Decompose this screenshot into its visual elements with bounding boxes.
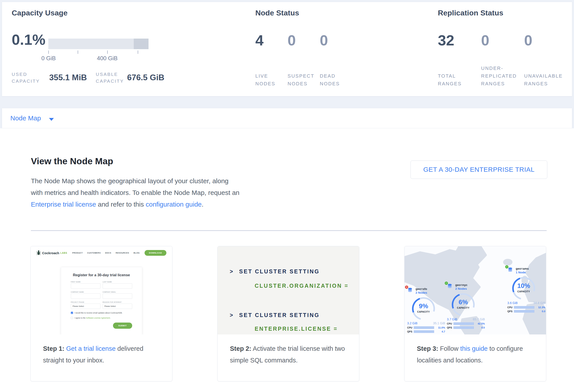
axis-tick-label-400: 400 GiB [94, 55, 121, 62]
section-divider [31, 230, 547, 231]
under-replicated-ranges-value: 0 [481, 33, 524, 48]
first-name-label: FIRST NAME [71, 281, 101, 283]
license-agreement-link: Software License Agreement. [86, 317, 111, 319]
form-title: Register for a 30-day trial license [71, 273, 132, 277]
step3-label: Step 3: [417, 345, 438, 352]
suspect-nodes-label: SUSPECT NODES [287, 72, 320, 88]
cluster-overview-page: Capacity Usage 0.1% 0 GiB 400 GiB USED C… [0, 0, 574, 392]
sql-command-1: >SET CLUSTER SETTING [230, 268, 320, 275]
locality-id: geo=sfo [415, 287, 427, 291]
company-name-field [71, 294, 101, 299]
project-phase-label: PROJECT PHASE [71, 301, 101, 303]
enterprise-trial-license-link[interactable]: Enterprise trial license [31, 201, 96, 208]
download-button: DOWNLOAD [144, 250, 166, 256]
capacity-gauge: 9% CAPACITY [412, 297, 435, 320]
brand-name: Cockroach [42, 251, 59, 255]
dead-nodes-value: 0 [320, 33, 352, 48]
capacity-usage-bar [48, 38, 148, 49]
replication-status-labels: TOTAL RANGES UNDER-REPLICATED RANGES UNA… [438, 67, 571, 88]
map-node-ams: ✓ geo=ams 1 Node 10% CAPACITY [507, 267, 545, 313]
capacity-usage-title: Capacity Usage [12, 9, 67, 17]
last-name-label: LAST NAME [102, 281, 132, 283]
mini-site-header: Cockroach LABS PRODUCT CUSTOMERS DOCS RE… [31, 246, 172, 260]
nav-resources: RESOURCES [116, 252, 129, 254]
step1-caption: Step 1: Get a trial license delivered st… [31, 335, 172, 366]
configuration-guide-link[interactable]: configuration guide [146, 201, 202, 208]
cpu-label: CPU [407, 326, 414, 329]
live-nodes-value: 4 [255, 33, 287, 48]
nav-blog: BLOG [134, 252, 140, 254]
view-selector-bar[interactable]: Node Map [2, 108, 572, 128]
optin-checkbox-row: I would like to receive email updates ab… [71, 312, 132, 314]
step1-screenshot: Cockroach LABS PRODUCT CUSTOMERS DOCS RE… [31, 246, 172, 335]
locality-id: geo=nyc [455, 283, 467, 287]
cpu-label: CPU [507, 306, 514, 309]
step3-node-map-preview: 1 geo=sfo 2 Nodes 9% CAPACITY [405, 246, 546, 335]
capacity-percent: 10% [512, 282, 535, 289]
capacity-label: CAPACITY [512, 290, 535, 293]
last-name-field [102, 283, 132, 289]
total-ranges-label: TOTAL RANGES [438, 72, 481, 88]
submit-button: SUBMIT [113, 322, 132, 329]
axis-tick [48, 51, 49, 54]
step3-card: 1 geo=sfo 2 Nodes 9% CAPACITY [404, 246, 546, 381]
node-count: 2 Nodes [455, 287, 467, 291]
cpu-sparkline [514, 306, 534, 309]
enterprise-trial-button[interactable]: GET A 30-DAY ENTERPRISE TRIAL [410, 161, 547, 179]
optin-label: I would like to receive email updates ab… [75, 312, 123, 314]
qps-label: QPS [447, 326, 453, 329]
qps-sparkline [453, 326, 474, 329]
cpu-value: 11.0% [436, 326, 445, 329]
locality-id: geo=ams [516, 267, 529, 271]
step1-card: Cockroach LABS PRODUCT CUSTOMERS DOCS RE… [30, 246, 172, 381]
sql-arg-2: ENTERPRISE.LICENSE = [255, 326, 338, 332]
error-badge: 1 [405, 285, 408, 289]
sql-arg-1: CLUSTER.ORGANIZATION = [255, 283, 349, 289]
sql-command-2: >SET CLUSTER SETTING [230, 312, 320, 318]
capacity-total: 65.7 GiB [473, 317, 485, 321]
capacity-total: 35.1 GiB [433, 321, 445, 325]
sql-prompt: > [230, 312, 234, 318]
project-phase-select: Please Select [71, 304, 101, 309]
first-name-field [71, 283, 101, 289]
node-status-labels: LIVE NODES SUSPECT NODES DEAD NODES [255, 67, 352, 88]
capacity-label: CAPACITY [452, 306, 475, 309]
nav-product: PRODUCT [72, 252, 83, 254]
capacity-label: CAPACITY [412, 310, 435, 313]
map-node-sfo: 1 geo=sfo 2 Nodes 9% CAPACITY [407, 287, 445, 333]
usable-capacity-label: USABLE CAPACITY [96, 71, 128, 84]
node-map-placeholder-section: View the Node Map The Node Map shows the… [0, 128, 574, 392]
brand-suffix: LABS [61, 252, 67, 254]
cpu-label: CPU [447, 322, 453, 325]
step2-sql-snippet: >SET CLUSTER SETTING CLUSTER.ORGANIZATIO… [218, 246, 359, 335]
this-guide-link[interactable]: this guide [460, 345, 488, 352]
unavailable-ranges-label: UNAVAILABLE RANGES [524, 72, 571, 88]
axis-tick [107, 51, 108, 54]
intro-paragraph: The Node Map shows the geographical layo… [31, 175, 242, 210]
reason-label: REASON FOR INTEREST [102, 301, 132, 303]
step2-card: >SET CLUSTER SETTING CLUSTER.ORGANIZATIO… [217, 246, 359, 381]
node-count: 2 Nodes [415, 291, 427, 295]
axis-tick-label-0: 0 GiB [40, 55, 57, 62]
capacity-total: 34.4 GiB [533, 301, 545, 305]
dead-nodes-label: DEAD NODES [320, 72, 352, 88]
cpu-value: 12.3% [536, 306, 545, 309]
ok-badge: ✓ [505, 265, 509, 269]
qps-value: 0.0 [536, 310, 545, 313]
database-icon: ✓ [447, 283, 453, 289]
axis-tick [138, 51, 138, 54]
checkbox-empty-icon [71, 317, 73, 319]
usable-capacity-value: 676.5 GiB [127, 73, 164, 82]
get-trial-license-link[interactable]: Get a trial license [66, 345, 116, 352]
node-status-values: 4 0 0 [255, 33, 352, 48]
total-ranges-value: 32 [438, 33, 481, 48]
view-selector-label[interactable]: Node Map [10, 114, 41, 122]
cluster-summary-panel: Capacity Usage 0.1% 0 GiB 400 GiB USED C… [2, 2, 572, 96]
qps-value: 4.7 [436, 330, 445, 333]
capacity-gauge: 6% CAPACITY [452, 293, 475, 316]
capacity-used: 3.6 GiB [507, 301, 518, 305]
capacity-used: 3.2 GiB [407, 321, 418, 325]
cpu-value: 42.5% [475, 322, 485, 325]
live-nodes-label: LIVE NODES [255, 72, 287, 88]
cpu-sparkline [414, 326, 434, 329]
